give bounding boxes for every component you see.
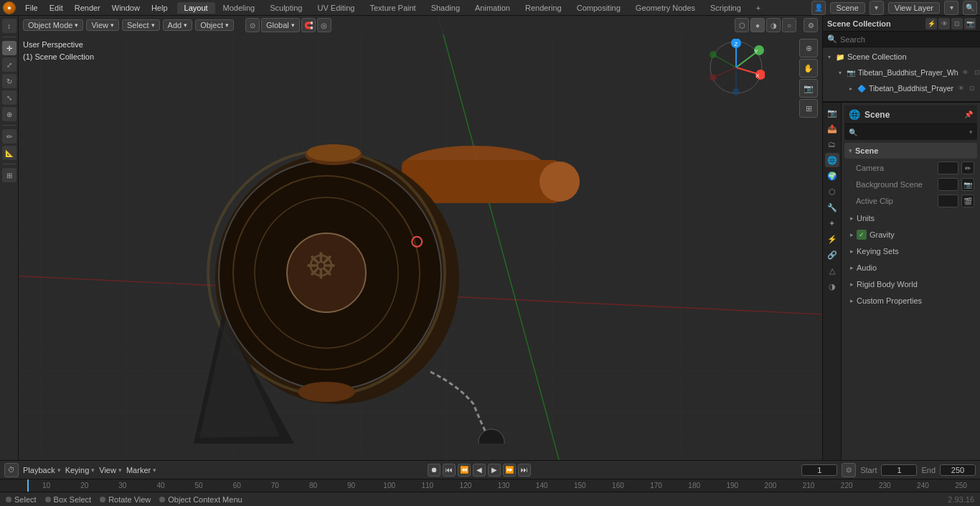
jump-start-btn[interactable]: ⏮ [443, 464, 456, 477]
add-menu[interactable]: Add [163, 19, 193, 31]
gravity-section[interactable]: ▸ ✓ Gravity [844, 227, 977, 243]
fps-icon[interactable]: ⊙ [842, 463, 856, 477]
tree-arrow-prayer[interactable]: ▾ [837, 69, 844, 76]
tree-item-prayer-wheel[interactable]: ▾ 📷 Tibetan_Buddhist_Prayer_Wh 👁 ⊡ 📷 [823, 65, 980, 80]
tree-arrow-mesh[interactable]: ▸ [847, 85, 854, 92]
tab-texture-paint[interactable]: Texture Paint [362, 2, 423, 14]
view-dropdown[interactable]: View [99, 466, 122, 474]
outliner-search-bar[interactable]: 🔍 [823, 32, 980, 47]
scene-selector[interactable]: Scene [830, 2, 865, 14]
visibility-icon[interactable]: 👁 [961, 67, 971, 78]
menu-render[interactable]: Render [70, 2, 105, 14]
props-search-bar[interactable]: 🔍 ▾ [844, 124, 977, 140]
jump-end-btn[interactable]: ⏭ [518, 464, 531, 477]
select-icon[interactable]: ⊡ [972, 67, 980, 78]
constraints-props-icon[interactable]: 🔗 [825, 248, 839, 262]
object-mode-dropdown[interactable]: Object Mode [23, 19, 83, 31]
tab-compositing[interactable]: Compositing [570, 2, 628, 14]
start-frame-field[interactable]: 1 [881, 464, 917, 476]
proportional-edit-icon[interactable]: ◎ [317, 18, 331, 32]
tab-add[interactable]: + [749, 2, 768, 14]
tab-geometry-nodes[interactable]: Geometry Nodes [628, 2, 702, 14]
select-menu[interactable]: Select [122, 19, 160, 31]
scene-dropdown-icon[interactable]: ▾ [870, 1, 884, 15]
record-btn[interactable]: ⏺ [428, 464, 440, 477]
scene-section-header[interactable]: ▾ Scene [844, 143, 977, 159]
frame-ruler[interactable]: 10 20 30 40 50 60 70 80 90 100 110 120 1… [0, 479, 980, 492]
menu-window[interactable]: Window [107, 2, 145, 14]
cursor-tool[interactable]: ✛ [2, 41, 17, 55]
add-object-tool[interactable]: ⊞ [2, 168, 17, 182]
render-props-icon[interactable]: 📷 [825, 106, 839, 120]
world-props-icon[interactable]: 🌍 [825, 169, 839, 183]
background-scene-value[interactable] [938, 178, 958, 191]
view-layer-props-icon[interactable]: 🗂 [825, 137, 839, 151]
navigation-gizmo[interactable]: Y X Z [707, 39, 765, 96]
tab-animation[interactable]: Animation [468, 2, 517, 14]
modifier-props-icon[interactable]: 🔧 [825, 200, 839, 215]
pan-icon[interactable]: ✋ [799, 59, 818, 78]
clip-icon[interactable]: 🎬 [961, 195, 974, 207]
props-dropdown-icon[interactable]: ▾ [969, 128, 973, 136]
menu-help[interactable]: Help [146, 2, 173, 14]
gravity-checkbox[interactable]: ✓ [857, 230, 867, 240]
orbit-mode-icon[interactable]: ⊕ [799, 39, 818, 57]
viewport[interactable]: Object Mode View Select Add Object ⊙ Glo… [19, 16, 822, 460]
tree-item-prayer-mesh[interactable]: ▸ 🔷 Tibetan_Buddhist_Prayer 👁 ⊡ 📷 [823, 80, 980, 96]
solid-shading-icon[interactable]: ● [750, 18, 765, 32]
filter-select-icon[interactable]: ⊡ [951, 18, 963, 29]
bg-scene-icon[interactable]: 📷 [961, 178, 974, 191]
active-clip-value[interactable] [938, 195, 958, 207]
object-props-icon[interactable]: ⬡ [825, 184, 839, 199]
marker-dropdown[interactable]: Marker [126, 466, 156, 474]
viewport-canvas[interactable]: ☸ [19, 16, 822, 460]
transform-tool[interactable]: ⊕ [2, 107, 17, 121]
scale-tool[interactable]: ⤡ [2, 90, 17, 105]
outliner-search-input[interactable] [840, 35, 976, 44]
object-menu[interactable]: Object [195, 19, 234, 31]
move-tool[interactable]: ⤢ [2, 57, 17, 72]
play-btn[interactable]: ▶ [488, 464, 501, 477]
tab-rendering[interactable]: Rendering [518, 2, 569, 14]
filter-hide-icon[interactable]: 👁 [938, 18, 950, 29]
play-reverse-btn[interactable]: ◀ [473, 464, 486, 477]
keying-dropdown[interactable]: Keying [65, 466, 95, 474]
tree-arrow-collection[interactable]: ▾ [826, 53, 833, 60]
keying-sets-section[interactable]: ▸ Keying Sets [844, 243, 977, 259]
material-props-icon[interactable]: ◑ [825, 279, 839, 294]
physics-props-icon[interactable]: ⚡ [825, 232, 839, 246]
filter-render-icon[interactable]: 📷 [964, 18, 976, 29]
tab-scripting[interactable]: Scripting [703, 2, 748, 14]
mode-selector-icon[interactable]: ↕ [2, 19, 17, 33]
render-region-icon[interactable]: ⊞ [799, 99, 818, 118]
data-props-icon[interactable]: △ [825, 263, 839, 278]
menu-edit[interactable]: Edit [44, 2, 68, 14]
view-layer-dropdown-icon[interactable]: ▾ [944, 1, 958, 15]
material-preview-icon[interactable]: ◑ [766, 18, 781, 32]
wireframe-icon[interactable]: ⬡ [735, 18, 749, 32]
tab-shading[interactable]: Shading [424, 2, 467, 14]
rotate-tool[interactable]: ↻ [2, 74, 17, 88]
rendered-icon[interactable]: ○ [782, 18, 796, 32]
output-props-icon[interactable]: 📤 [825, 121, 839, 136]
step-back-btn[interactable]: ⏪ [458, 464, 471, 477]
view-menu[interactable]: View [86, 19, 119, 31]
tab-layout[interactable]: Layout [177, 2, 215, 14]
search-icon[interactable]: 🔍 [963, 1, 977, 15]
tab-uv-editing[interactable]: UV Editing [310, 2, 362, 14]
annotate-tool[interactable]: ✏ [2, 129, 17, 144]
menu-file[interactable]: File [20, 2, 43, 14]
camera-view-icon[interactable]: 📷 [799, 79, 818, 98]
rigid-body-section[interactable]: ▸ Rigid Body World [844, 276, 977, 292]
camera-value[interactable] [938, 161, 958, 174]
pivot-icon[interactable]: ⊙ [245, 18, 260, 32]
scene-pin-icon[interactable]: 📌 [964, 111, 973, 118]
visibility-icon-mesh[interactable]: 👁 [956, 83, 966, 93]
audio-section[interactable]: ▸ Audio [844, 260, 977, 276]
filter-icon[interactable]: ⚡ [925, 18, 937, 29]
user-icon[interactable]: 👤 [811, 1, 826, 15]
timeline-mode-icon[interactable]: ⏱ [4, 463, 19, 477]
view-layer-selector[interactable]: View Layer [888, 2, 940, 14]
step-forward-btn[interactable]: ⏩ [503, 464, 516, 477]
end-frame-field[interactable]: 250 [940, 464, 976, 476]
